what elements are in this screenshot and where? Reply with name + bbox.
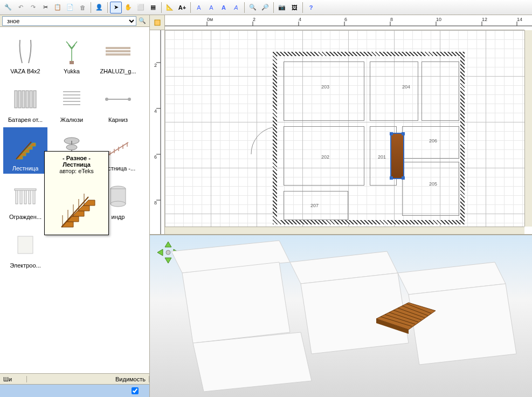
catalog-item-blinds[interactable]: Жалюзи <box>50 79 94 125</box>
ruler-origin-icon[interactable] <box>150 15 165 30</box>
svg-rect-34 <box>20 190 22 204</box>
svg-rect-44 <box>18 236 33 254</box>
plan-scrollbar-h[interactable] <box>165 227 524 234</box>
svg-rect-3 <box>106 53 130 56</box>
zoom-out-icon[interactable]: 🔎 <box>259 2 271 13</box>
redo-icon[interactable]: ↷ <box>27 2 39 13</box>
furniture-tooltip: - Разное - Лестница автор: eTeks <box>44 151 109 235</box>
copy-icon[interactable]: 📋 <box>52 2 64 13</box>
svg-rect-6 <box>22 91 25 108</box>
selected-staircase[interactable] <box>390 133 404 179</box>
svg-rect-4 <box>15 91 17 108</box>
select-tool-icon[interactable]: ➤ <box>110 2 122 13</box>
svg-rect-2 <box>106 50 130 52</box>
tooltip-preview-icon <box>55 177 98 231</box>
visibility-checkbox[interactable] <box>132 387 139 394</box>
svg-rect-35 <box>24 190 26 204</box>
search-icon[interactable]: 🔍 <box>137 16 147 26</box>
plan-scrollbar-v[interactable] <box>524 30 532 227</box>
horizontal-ruler: 0м 2 4 6 8 10 12 14 <box>165 15 524 30</box>
catalog-item-battery[interactable]: Батарея от... <box>3 79 47 125</box>
add-furniture-icon[interactable]: 👤 <box>93 2 105 13</box>
svg-rect-36 <box>29 190 31 204</box>
plan-canvas[interactable]: 203 204 202 201 206 205 207 <box>165 30 524 227</box>
svg-rect-37 <box>33 190 35 204</box>
catalog-item-fence[interactable]: Огражден... <box>3 176 47 222</box>
svg-rect-33 <box>16 190 18 204</box>
svg-rect-9 <box>33 91 36 108</box>
svg-point-17 <box>128 98 131 101</box>
svg-rect-45 <box>155 20 160 25</box>
svg-rect-7 <box>26 91 29 108</box>
svg-rect-8 <box>30 91 32 108</box>
svg-rect-5 <box>18 91 21 108</box>
floorplan: 203 204 202 201 206 205 207 <box>262 46 478 227</box>
svg-line-27 <box>108 142 128 155</box>
svg-marker-68 <box>182 262 290 343</box>
svg-point-16 <box>105 98 108 101</box>
main-toolbar: 🔧 ↶ ↷ ✂ 📋 📄 🗑 👤 ➤ ✋ ⬜ ▦ 📐 A+ A A A A 🔍 🔎… <box>0 0 532 15</box>
3d-walls <box>150 235 532 397</box>
text-tool-icon[interactable]: A+ <box>176 2 188 13</box>
svg-point-25 <box>66 145 77 150</box>
catalog-item-stairs-selected[interactable]: Лестница <box>3 127 47 174</box>
vertical-ruler: 2 4 6 8 10 <box>150 30 165 234</box>
furniture-props-row[interactable] <box>0 384 149 397</box>
delete-icon[interactable]: 🗑 <box>77 2 88 13</box>
catalog-item-vaza[interactable]: VAZA B4x2 <box>3 30 47 77</box>
furniture-props-header: Ши Видимость <box>0 373 149 384</box>
catalog-item-electro[interactable]: Электроо... <box>3 224 47 271</box>
plan-view[interactable]: 0м 2 4 6 8 10 12 14 2 4 6 8 10 <box>150 15 532 235</box>
svg-rect-38 <box>15 189 36 190</box>
room-tool-icon[interactable]: ▦ <box>147 2 159 13</box>
camera-icon[interactable]: 📷 <box>276 2 288 13</box>
svg-marker-71 <box>409 284 516 365</box>
catalog-item-zhaluzi[interactable]: ZHALUZI_g... <box>96 30 140 77</box>
catalog-item-yukka[interactable]: Yukka <box>50 30 94 77</box>
photo-icon[interactable]: 🖼 <box>288 2 300 13</box>
category-dropdown[interactable]: зное <box>2 16 136 26</box>
text-increase-icon[interactable]: A <box>193 2 205 13</box>
svg-rect-1 <box>106 47 130 49</box>
text-decrease-icon[interactable]: A <box>205 2 217 13</box>
pan-tool-icon[interactable]: ✋ <box>122 2 134 13</box>
zoom-in-icon[interactable]: 🔍 <box>247 2 259 13</box>
dimension-tool-icon[interactable]: 📐 <box>164 2 176 13</box>
paste-icon[interactable]: 📄 <box>64 2 76 13</box>
catalog-item-cornice[interactable]: Карниз <box>96 79 140 125</box>
svg-point-43 <box>110 201 126 207</box>
text-bold-icon[interactable]: A <box>218 2 230 13</box>
svg-marker-70 <box>193 332 312 392</box>
wrench-icon[interactable]: 🔧 <box>2 2 14 13</box>
wall-tool-icon[interactable]: ⬜ <box>135 2 147 13</box>
undo-icon[interactable]: ↶ <box>15 2 26 13</box>
3d-view[interactable] <box>150 235 532 397</box>
text-italic-icon[interactable]: A <box>230 2 242 13</box>
svg-rect-0 <box>70 61 74 64</box>
cut-icon[interactable]: ✂ <box>39 2 51 13</box>
help-icon[interactable]: ? <box>305 2 317 13</box>
